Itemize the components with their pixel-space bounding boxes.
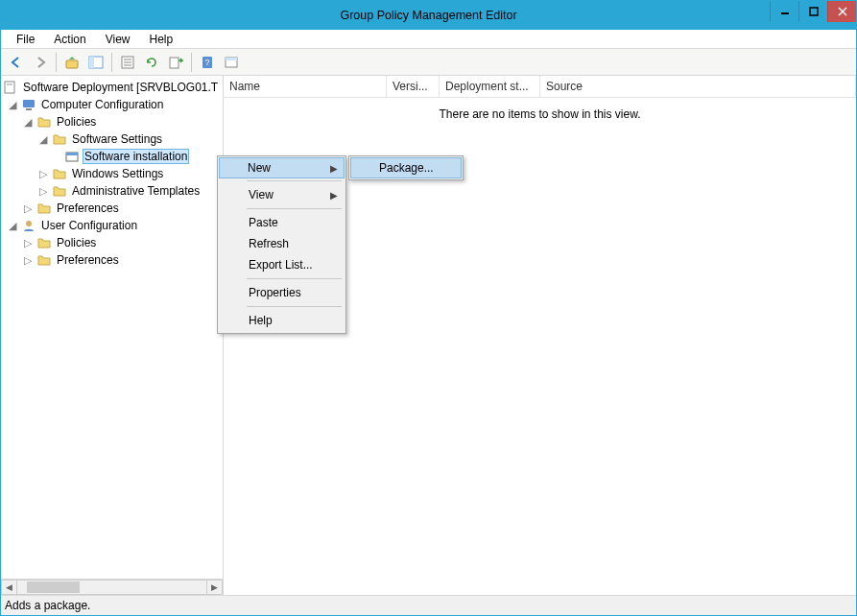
window-title: Group Policy Management Editor [1,9,856,22]
titlebar: Group Policy Management Editor [1,1,856,30]
svg-point-22 [26,221,32,226]
collapse-icon[interactable]: ◢ [37,133,49,146]
column-header-version[interactable]: Versi... [387,76,440,97]
tree-label: Policies [55,114,98,130]
menu-action[interactable]: Action [44,31,95,48]
tree-item-admin-templates[interactable]: ▷ Administrative Templates [3,182,221,200]
folder-icon [52,166,67,181]
scroll-left-button[interactable]: ◀ [1,580,17,595]
svg-text:?: ? [204,58,209,67]
scroll-thumb[interactable] [27,581,80,593]
show-hide-tree-button[interactable] [84,51,107,74]
help-button[interactable]: ? [196,51,219,74]
tree-item-computer-configuration[interactable]: ◢ Computer Configuration [3,96,221,113]
back-button[interactable] [5,51,28,74]
context-menu-properties[interactable]: Properties [220,282,344,303]
tree[interactable]: Software Deployment [SRVBLOG01.T ◢ Compu… [1,76,223,579]
svg-rect-15 [226,58,237,60]
svg-rect-21 [66,153,78,155]
refresh-button[interactable] [140,51,163,74]
context-menu-paste[interactable]: Paste [220,212,344,233]
context-menu-label: Properties [249,286,301,299]
submenu-arrow-icon: ▶ [330,190,338,201]
gpo-icon [3,80,18,95]
installer-icon [64,149,80,164]
context-menu-separator [247,180,342,181]
tree-item-software-settings[interactable]: ◢ Software Settings [3,130,221,148]
context-menu-export-list[interactable]: Export List... [220,254,344,275]
tree-label: User Configuration [39,218,139,233]
context-menu-new[interactable]: New ▶ [219,157,345,178]
folder-icon [36,252,52,268]
svg-rect-17 [7,83,12,85]
expand-icon[interactable]: ▷ [37,168,49,180]
tree-root[interactable]: Software Deployment [SRVBLOG01.T [3,79,221,96]
column-header-deployment[interactable]: Deployment st... [440,76,540,97]
column-header-source[interactable]: Source [540,76,856,97]
tree-item-cc-preferences[interactable]: ▷ Preferences [3,200,221,217]
menu-file[interactable]: File [7,31,44,48]
column-headers: Name Versi... Deployment st... Source [224,76,856,98]
expand-icon[interactable]: ▷ [22,237,34,249]
tree-label: Preferences [55,201,121,216]
user-icon [21,218,36,233]
properties-button[interactable] [116,51,139,74]
tree-item-user-configuration[interactable]: ◢ User Configuration [3,217,221,234]
collapse-icon[interactable]: ◢ [7,220,18,232]
empty-list-message: There are no items to show in this view. [224,98,856,121]
collapse-icon[interactable]: ◢ [7,99,18,111]
svg-rect-18 [23,100,35,107]
tree-item-software-installation[interactable]: Software installation [3,148,221,165]
svg-rect-16 [5,82,14,93]
up-button[interactable] [60,51,83,74]
expand-icon[interactable]: ▷ [22,202,34,215]
expand-icon[interactable]: ▷ [37,185,49,198]
collapse-icon[interactable]: ◢ [22,116,34,129]
export-list-button[interactable] [164,51,187,74]
scroll-right-button[interactable]: ▶ [206,580,223,595]
context-menu-separator [247,306,342,307]
context-submenu: Package... [348,155,464,180]
context-menu-label: View [249,188,274,201]
status-text: Adds a package. [5,599,90,612]
close-button[interactable] [827,1,856,22]
computer-icon [21,97,36,112]
context-menu-view[interactable]: View ▶ [220,184,344,205]
svg-rect-19 [26,108,32,110]
menu-help[interactable]: Help [140,31,183,48]
tree-label: Computer Configuration [39,97,165,112]
maximize-button[interactable] [798,1,827,22]
context-menu-label: New [248,161,271,175]
tree-label: Windows Settings [70,166,165,181]
context-menu: New ▶ View ▶ Paste Refresh Export List..… [217,155,346,334]
folder-icon [36,201,52,216]
context-menu-help[interactable]: Help [220,310,344,331]
menubar: File Action View Help [1,30,856,49]
horizontal-scrollbar[interactable]: ◀ ▶ [1,579,223,595]
forward-button[interactable] [29,51,52,74]
minimize-button[interactable] [770,1,798,22]
column-header-name[interactable]: Name [224,76,387,97]
submenu-package[interactable]: Package... [350,157,462,178]
tree-item-uc-preferences[interactable]: ▷ Preferences [3,251,221,269]
tree-label: Software Deployment [SRVBLOG01.T [21,80,220,95]
tree-pane: Software Deployment [SRVBLOG01.T ◢ Compu… [1,76,224,595]
statusbar: Adds a package. [1,596,856,615]
context-menu-refresh[interactable]: Refresh [220,233,344,254]
tree-item-windows-settings[interactable]: ▷ Windows Settings [3,165,221,182]
tree-label: Administrative Templates [70,183,202,199]
tree-item-cc-policies[interactable]: ◢ Policies [3,113,221,130]
context-menu-label: Refresh [249,237,289,250]
tree-label: Policies [55,235,98,250]
svg-rect-1 [810,8,818,15]
menu-view[interactable]: View [96,31,140,48]
toolbar-separator [191,53,192,72]
scroll-track[interactable] [17,580,206,595]
svg-rect-4 [66,60,78,68]
window-controls [770,1,856,22]
tree-item-uc-policies[interactable]: ▷ Policies [3,234,221,251]
tree-label: Preferences [55,252,121,268]
expand-icon[interactable]: ▷ [22,254,34,267]
options-button[interactable] [220,51,243,74]
context-menu-label: Help [249,314,273,327]
